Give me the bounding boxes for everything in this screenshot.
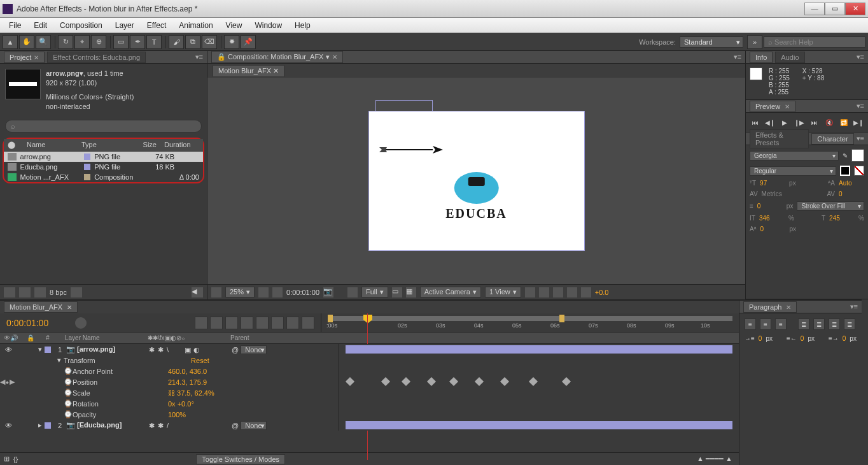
keyframe-nav[interactable]: ◀⬥▶ (0, 378, 13, 386)
panel-menu-icon[interactable]: ▾≡ (195, 53, 203, 61)
timeline-search[interactable] (75, 317, 87, 329)
zoom-dropdown[interactable]: 25% (225, 287, 255, 297)
timeline-timecode[interactable]: 0:00:01:00 (0, 318, 75, 328)
quality-switch[interactable]: \ (167, 346, 174, 354)
trash-icon[interactable] (71, 287, 82, 297)
shy-switch[interactable]: ✱ (149, 346, 157, 354)
mute-button[interactable]: 🔇 (823, 117, 834, 128)
layer-label[interactable] (45, 347, 51, 353)
label-swatch[interactable] (84, 174, 90, 180)
align-right-button[interactable]: ≡ (775, 318, 787, 330)
menu-file[interactable]: File (3, 19, 27, 32)
shy-switch[interactable]: ✱ (149, 422, 157, 429)
eyedropper-icon[interactable]: ✎ (843, 152, 848, 159)
timeline-icon[interactable] (553, 287, 563, 297)
justify-right-button[interactable]: ≣ (829, 318, 840, 330)
menu-layer[interactable]: Layer (109, 19, 141, 32)
help-search[interactable]: ⌕ Search Help (764, 36, 865, 48)
pixel-aspect-icon[interactable] (525, 287, 535, 297)
layer-handle[interactable] (375, 100, 433, 111)
stopwatch-icon[interactable]: ⌚ (64, 378, 73, 386)
stopwatch-icon[interactable]: ⌚ (64, 367, 73, 375)
rotate-tool[interactable]: ↻ (58, 35, 73, 49)
position-value[interactable]: 214.3, 175.9 (168, 378, 207, 386)
roto-tool[interactable]: ✸ (224, 35, 239, 49)
stopwatch-icon[interactable]: ⌚ (64, 389, 73, 397)
rect-tool[interactable]: ▭ (113, 35, 129, 49)
vscale-value[interactable]: 346 (759, 215, 785, 222)
keyframe[interactable] (381, 377, 390, 386)
fx-switch[interactable] (176, 346, 183, 354)
keyframe[interactable] (562, 377, 571, 386)
type-column[interactable]: Type (78, 139, 129, 151)
transform-group[interactable]: ▾TransformReset (0, 355, 739, 366)
asset-row[interactable]: arrow.png PNG file 74 KB (4, 152, 203, 162)
stroke-width-value[interactable]: 0 (757, 203, 783, 210)
close-icon[interactable]: ✕ (271, 67, 279, 75)
kerning-value[interactable]: Metrics (762, 190, 787, 197)
bpc-toggle[interactable]: 8 bpc (50, 289, 67, 296)
pan-behind-tool[interactable]: ⊕ (91, 35, 106, 49)
prev-frame-button[interactable]: ◀❙ (764, 117, 775, 128)
transparency-icon[interactable]: ▦ (406, 287, 416, 297)
anchor-value[interactable]: 460.0, 436.0 (168, 368, 207, 375)
toggle-switches-button[interactable]: Toggle Switches / Modes (196, 454, 285, 464)
close-icon[interactable]: ✕ (65, 304, 72, 311)
zoom-slider[interactable]: ▲ ━━━━ ▲ (690, 455, 739, 463)
asset-row[interactable]: Motion ...r_AFX Composition Δ 0:00 (4, 172, 203, 182)
new-folder-icon[interactable] (19, 287, 31, 297)
live-update-icon[interactable] (286, 317, 299, 329)
hscale-value[interactable]: 245 (829, 215, 855, 222)
resolution-dropdown[interactable]: Full (361, 287, 388, 297)
grid-icon[interactable] (258, 287, 269, 297)
layer-name[interactable]: 📷 [arrow.png] (66, 345, 149, 354)
justify-center-button[interactable]: ≣ (813, 318, 825, 330)
workarea-start[interactable] (328, 315, 333, 322)
keyframe[interactable] (475, 377, 484, 386)
comp-shy-icon[interactable] (195, 317, 207, 329)
stroke-color-swatch[interactable] (840, 166, 850, 176)
twirl-arrow[interactable]: ▸ (36, 421, 45, 429)
align-center-button[interactable]: ≡ (760, 318, 771, 330)
parent-dropdown[interactable]: None (241, 421, 266, 430)
stopwatch-icon[interactable]: ⌚ (64, 399, 73, 408)
keyframe[interactable] (427, 377, 436, 386)
timeline-option-icon[interactable]: {} (13, 455, 18, 463)
keyframe[interactable] (346, 377, 354, 386)
frame-blend-switch[interactable]: ▣ (185, 346, 192, 354)
indent-first-value[interactable]: 0 (801, 335, 804, 342)
brain-icon[interactable] (241, 317, 253, 329)
panel-menu-icon[interactable]: ▾≡ (734, 53, 741, 61)
asset-row[interactable]: Educba.png PNG file 18 KB (4, 162, 203, 172)
audio-tab[interactable]: Audio (775, 52, 804, 63)
flowchart-icon[interactable] (567, 287, 577, 297)
parent-pickwhip[interactable]: @ (232, 346, 239, 354)
stroke-option-dropdown[interactable]: Stroke Over Fill (797, 201, 864, 211)
close-button[interactable]: ✕ (845, 3, 865, 15)
composition-viewer[interactable]: EDUCBA (207, 78, 745, 284)
next-frame-button[interactable]: ❙▶ (794, 117, 805, 128)
label-column[interactable]: ⬤ (4, 139, 23, 151)
motion-blur-icon[interactable] (225, 317, 238, 329)
exposure-reset-icon[interactable] (581, 287, 591, 297)
first-frame-button[interactable]: ⏮ (750, 117, 760, 128)
scale-value[interactable]: ⛓ 37.5, 62.4% (168, 389, 214, 397)
snapshot-icon[interactable]: 📷 (323, 287, 333, 297)
frame-blend-icon[interactable] (210, 317, 223, 329)
views-dropdown[interactable]: 1 View (485, 287, 521, 297)
leading-value[interactable]: Auto (839, 180, 864, 187)
baseline-value[interactable]: 0 (760, 225, 785, 232)
duration-column[interactable]: Duration (160, 139, 190, 151)
character-tab[interactable]: Character (811, 133, 853, 145)
mask-icon[interactable] (272, 287, 283, 297)
collapse-switch[interactable]: ✱ (158, 422, 165, 429)
timeline-layer[interactable]: 👁 ▾ 1 📷 [arrow.png] ✱✱\▣◐ @ None (0, 344, 739, 355)
comp-bounding-box[interactable]: EDUCBA (368, 111, 585, 251)
name-column[interactable]: Name (23, 139, 78, 151)
auto-keyframe-icon[interactable] (302, 317, 314, 329)
stopwatch-icon[interactable]: ⌚ (64, 410, 73, 418)
keyframe[interactable] (500, 377, 509, 386)
parent-dropdown[interactable]: None (241, 345, 266, 354)
last-frame-button[interactable]: ⏭ (809, 117, 820, 128)
timeline-ruler[interactable]: :00s 02s 03s 04s 05s 06s 07s 08s 09s 10s (321, 313, 739, 333)
